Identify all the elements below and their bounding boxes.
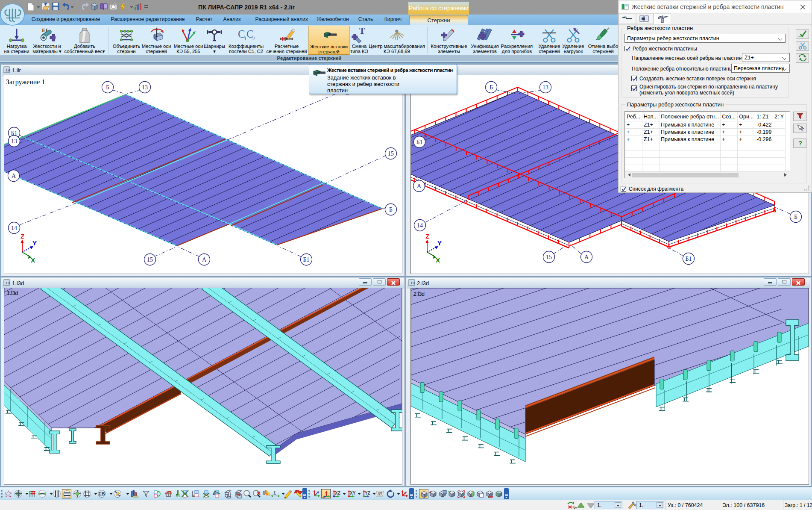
svg-text:Б: Б (106, 84, 109, 91)
svg-text:Z: Z (21, 233, 24, 240)
svg-text:13: 13 (142, 84, 148, 91)
svg-text:А: А (417, 183, 422, 189)
svg-text:ЕВ: ЕВ (99, 491, 105, 496)
svg-text:19: 19 (410, 281, 415, 285)
svg-text:Z: Z (425, 233, 429, 240)
svg-text:Загружение 1: Загружение 1 (6, 78, 45, 86)
svg-text:13: 13 (11, 138, 17, 144)
svg-text:15: 15 (147, 256, 153, 263)
svg-text:X: X (31, 256, 35, 264)
svg-text:А: А (12, 173, 16, 179)
svg-text:Б1: Б1 (685, 256, 692, 262)
svg-text:Б: Б (389, 206, 393, 213)
svg-text:XZ: XZ (335, 491, 340, 495)
svg-text:...: ... (797, 33, 801, 38)
svg-text:XY: XY (350, 491, 356, 495)
svg-text:Б: Б (794, 214, 797, 220)
svg-text:L: L (273, 489, 276, 496)
svg-text:А: А (202, 256, 207, 263)
svg-text:13: 13 (542, 84, 548, 91)
svg-text:14: 14 (11, 225, 17, 231)
svg-text:Б1: Б1 (416, 139, 422, 145)
svg-text:15: 15 (388, 150, 394, 157)
svg-text:Y: Y (437, 239, 442, 247)
svg-text:Y: Y (32, 239, 37, 247)
svg-text:Б1: Б1 (303, 256, 309, 263)
svg-text:15: 15 (546, 254, 552, 260)
svg-text:А: А (584, 254, 589, 260)
svg-text:19: 19 (6, 281, 10, 285)
svg-text:?: ? (798, 139, 802, 147)
svg-text:YZ: YZ (365, 491, 370, 495)
svg-text:14: 14 (417, 222, 423, 229)
svg-text:X: X (436, 256, 440, 264)
svg-text:Б: Б (490, 84, 493, 91)
svg-text:19: 19 (6, 68, 10, 72)
